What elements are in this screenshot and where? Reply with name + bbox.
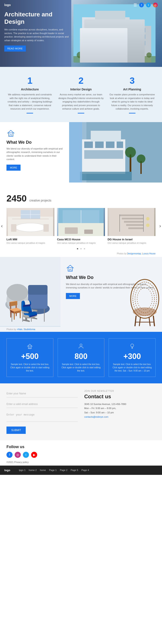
contact-email[interactable]: contacts@esbnye.com [84, 416, 108, 418]
svg-point-45 [15, 223, 46, 232]
svg-rect-63 [126, 224, 143, 226]
follow-title: Follow us [7, 445, 155, 449]
svg-rect-19 [133, 34, 138, 39]
facebook-social-button[interactable]: f [7, 452, 13, 458]
person-stat-icon [61, 343, 101, 350]
footer-nav-page2[interactable]: Page 2 [60, 469, 67, 472]
rattan-chair-image [127, 266, 162, 327]
newsletter-label: JOIN OUR NEWSLETTER [84, 390, 155, 392]
feature-title-1: Architecture [7, 88, 53, 91]
social-icons: f ◎ t ▶ [7, 452, 155, 458]
svg-rect-12 [85, 37, 93, 42]
svg-point-67 [146, 217, 149, 220]
footer-nav-page4[interactable]: Page 4 [81, 469, 89, 472]
wwd2-more-button[interactable]: MORE [66, 293, 80, 299]
carousel-img-loft [7, 208, 54, 236]
carousel-item-dg: DG House in Israel Orci varius natoque p… [108, 208, 155, 244]
svg-point-85 [137, 288, 152, 310]
instagram-icon[interactable]: ◎ [153, 2, 158, 7]
stat-num-1: +500 [10, 352, 50, 361]
svg-line-88 [153, 316, 154, 326]
carousel-photos-credit: Photos by Designmontap, Luxury House [0, 252, 162, 257]
footer-nav-home2[interactable]: home 2 [29, 469, 37, 472]
svg-rect-61 [122, 218, 143, 220]
designmontap-link[interactable]: Designmontap [127, 252, 141, 255]
carousel-dot-1[interactable] [77, 248, 78, 250]
footer-nav-home[interactable]: home [40, 469, 46, 472]
wwd2-chairs-image [0, 257, 61, 327]
hero-description: We combine expertise across disciplines,… [4, 28, 69, 42]
svg-rect-34 [106, 142, 114, 148]
wwd2-section: What We Do We blend our diversity of exp… [0, 257, 162, 327]
halo-link[interactable]: +Halo [17, 328, 22, 330]
footer: logo tpgn 1 home 2 home Page 1 Page 2 Pa… [0, 466, 162, 475]
carousel-next-button[interactable]: › [159, 223, 161, 229]
svg-point-25 [146, 52, 152, 58]
svg-line-87 [135, 316, 136, 326]
svg-rect-22 [140, 41, 145, 45]
wwd-image [69, 122, 162, 182]
svg-rect-21 [133, 41, 138, 45]
svg-rect-32 [84, 142, 93, 148]
svg-rect-15 [114, 37, 122, 42]
projects-carousel: ‹ Loft MM [0, 208, 162, 244]
svg-rect-10 [105, 29, 112, 34]
contact-details: 3045 10 Sunrise Avenue, 123-456-7890 Mon… [84, 402, 155, 419]
svg-rect-3 [95, 11, 125, 20]
house-icon-2 [66, 264, 75, 272]
read-more-button[interactable]: READ MORE [4, 46, 26, 52]
footer-nav-tpgn1[interactable]: tpgn 1 [19, 469, 26, 472]
carousel-item-casa: Casa MCO House Orci varius natoque penat… [57, 208, 105, 244]
stat-item-2: 800 Sample text. Click to select the tex… [58, 338, 105, 377]
svg-rect-27 [10, 135, 12, 136]
svg-rect-14 [105, 37, 112, 42]
carousel-prev-button[interactable]: ‹ [1, 223, 3, 229]
footer-logo: logo [4, 468, 10, 472]
submit-button[interactable]: SUBMIT [7, 426, 26, 434]
youtube-social-button[interactable]: ▶ [31, 452, 37, 458]
svg-rect-36 [84, 150, 123, 159]
svg-point-72 [7, 284, 28, 301]
carousel-title-dg: DG House in Israel [108, 238, 155, 241]
email-input[interactable] [7, 400, 78, 408]
luxury-house-link[interactable]: Luxury House [142, 252, 155, 255]
contact-form: SUBMIT [7, 390, 78, 434]
contact-section: SUBMIT JOIN OUR NEWSLETTER Contact us 30… [0, 384, 162, 440]
svg-rect-20 [140, 34, 145, 39]
svg-rect-44 [12, 219, 49, 219]
carousel-dot-2[interactable] [80, 248, 82, 250]
footer-nav-page5[interactable]: Page 5 [71, 469, 78, 472]
carousel-title-loft: Loft MM [7, 238, 54, 241]
menu-icon[interactable]: ☰ [133, 2, 137, 7]
twitter-social-button[interactable]: t [23, 452, 29, 458]
facebook-icon[interactable]: f [139, 2, 144, 7]
carousel-img-casa [57, 208, 105, 236]
header-logo[interactable]: logo [4, 3, 11, 7]
instagram-social-button[interactable]: ◎ [15, 452, 21, 458]
home-stat-icon [10, 343, 50, 350]
svg-rect-64 [128, 228, 143, 229]
feature-desc-3: Our master plans provide a comprehensive… [109, 93, 155, 111]
name-input[interactable] [7, 390, 78, 398]
carousel-track: Loft MM Orci varius natoque penatibus et… [7, 208, 155, 244]
footer-nav-page1[interactable]: Page 1 [49, 469, 57, 472]
feature-title-2: Interior Design [58, 88, 105, 91]
wwd-content: What We Do We blend our diversity of exp… [0, 122, 69, 182]
carousel-dot-3[interactable] [84, 248, 85, 250]
copyright: ©2021 Privacy policy [7, 461, 155, 464]
projects-section: 2450 creative projects [0, 187, 162, 208]
wwd-more-button[interactable]: MORE [7, 164, 21, 171]
svg-point-39 [125, 147, 136, 158]
feature-line-3 [129, 113, 135, 114]
contact-hours: Mon – Fri: 9:00 am – 8:00 pm, [84, 406, 155, 410]
feature-architecture: 1 Architecture We address requirements a… [7, 76, 53, 114]
studioforma-link[interactable]: Studioforma [24, 328, 35, 330]
svg-point-41 [137, 154, 145, 163]
projects-label: creative projects [29, 199, 51, 202]
svg-line-89 [139, 317, 140, 326]
twitter-icon[interactable]: t [146, 2, 151, 7]
svg-rect-8 [85, 29, 93, 34]
svg-rect-81 [69, 270, 71, 271]
message-input[interactable] [7, 411, 78, 422]
feature-desc-1: We address requirements and constraints … [7, 93, 53, 111]
